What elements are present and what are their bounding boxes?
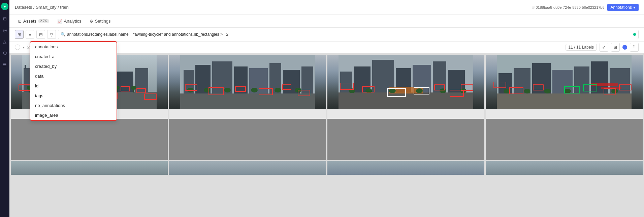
dropdown-item-tags[interactable]: tags bbox=[30, 91, 117, 101]
anno-box bbox=[340, 83, 354, 90]
subnav: ⊡ Assets 2.7K 📈 Analytics ⚙ Settings bbox=[9, 15, 644, 28]
dropdown-item-created-at[interactable]: created_at bbox=[30, 52, 117, 61]
anno-box bbox=[362, 86, 375, 92]
anno-box bbox=[121, 86, 130, 91]
assets-right: 11 / 11 Labels ⤢ ⊞ ⠿ bbox=[566, 43, 639, 52]
anno-box bbox=[136, 88, 146, 93]
select-all-checkbox[interactable] bbox=[15, 45, 20, 50]
anno-box bbox=[235, 86, 246, 92]
image-cell-4[interactable] bbox=[486, 55, 643, 160]
assets-badge: 2.7K bbox=[38, 19, 49, 23]
anno-box bbox=[298, 90, 310, 96]
anno-box bbox=[414, 87, 429, 94]
fit-button[interactable]: ⤢ bbox=[600, 43, 608, 52]
anno-box bbox=[208, 87, 224, 95]
anno-box bbox=[564, 86, 580, 93]
labels-badge: 11 / 11 Labels bbox=[566, 44, 597, 51]
anno-box bbox=[434, 84, 445, 90]
sidebar-icon-4[interactable]: ⬡ bbox=[2, 50, 8, 56]
sidebar-icon-2[interactable]: ◎ bbox=[2, 27, 8, 33]
more-options-button[interactable]: ⠿ bbox=[630, 43, 639, 52]
grid-view-button[interactable]: ⊞ bbox=[15, 30, 24, 39]
color-indicator[interactable] bbox=[622, 45, 627, 50]
dropdown-item-nb-annotations[interactable]: nb_annotations bbox=[30, 101, 117, 110]
anno-box bbox=[259, 88, 273, 95]
main-content: Datasets / Smart_city / train ⊟ 0188baa8… bbox=[9, 0, 644, 217]
anno-box bbox=[583, 84, 597, 91]
table-view-button[interactable]: ≡ bbox=[26, 30, 34, 39]
anno-box bbox=[493, 82, 506, 88]
anno-box bbox=[185, 84, 197, 91]
anno-box bbox=[533, 84, 544, 90]
breadcrumb-text: Datasets / Smart_city / train bbox=[15, 5, 69, 10]
select-chevron-icon[interactable]: ▾ bbox=[23, 46, 25, 49]
search-dropdown: annotations created_at created_by data i… bbox=[30, 41, 117, 121]
sidebar-icon-3[interactable]: △ bbox=[2, 38, 8, 45]
dropdown-item-created-by[interactable]: created_by bbox=[30, 61, 117, 71]
search-active-dot bbox=[633, 33, 636, 36]
anno-box bbox=[619, 84, 632, 90]
search-container: 🔍 bbox=[58, 30, 639, 39]
sidebar-icon-5[interactable]: ☰ bbox=[2, 61, 8, 67]
toolbar: ⊞ ≡ ⊟ ▽ 🔍 annotations created_at created… bbox=[9, 28, 644, 42]
card-view-button[interactable]: ⊟ bbox=[36, 30, 45, 39]
tab-assets[interactable]: ⊡ Assets 2.7K bbox=[15, 17, 53, 25]
dropdown-item-data[interactable]: data bbox=[30, 71, 117, 81]
anno-box bbox=[282, 84, 292, 90]
anno-box bbox=[19, 84, 31, 91]
anno-box bbox=[144, 93, 157, 100]
image-cell-2[interactable] bbox=[169, 55, 326, 160]
anno-box bbox=[604, 88, 616, 94]
app-logo[interactable]: ● bbox=[1, 3, 8, 10]
topbar: Datasets / Smart_city / train ⊟ 0188baa8… bbox=[9, 0, 644, 15]
dropdown-item-image-area[interactable]: image_area bbox=[30, 110, 117, 120]
sidebar-icon-1[interactable]: ⊞ bbox=[2, 16, 8, 22]
dropdown-item-id[interactable]: id bbox=[30, 81, 117, 91]
filter-button[interactable]: ▽ bbox=[47, 30, 56, 39]
grid-size-button[interactable]: ⊞ bbox=[611, 43, 620, 52]
annotations-overlay-4 bbox=[486, 55, 643, 109]
breadcrumb: Datasets / Smart_city / train bbox=[15, 5, 69, 10]
chevron-down-icon: ▾ bbox=[633, 5, 635, 10]
sidebar: ● ⊞ ◎ △ ⬡ ☰ bbox=[0, 0, 9, 217]
annotations-button[interactable]: Annotations ▾ bbox=[607, 4, 639, 11]
search-input[interactable] bbox=[58, 30, 639, 39]
annotations-overlay-3 bbox=[327, 55, 484, 109]
anno-box bbox=[387, 88, 406, 97]
tab-settings[interactable]: ⚙ Settings bbox=[86, 17, 114, 25]
dataset-id: ⊟ 0188baa8-dd0e-724e-8550-5ffe023217b6 bbox=[532, 5, 605, 9]
search-icon: 🔍 bbox=[61, 32, 66, 37]
dropdown-item-annotations[interactable]: annotations bbox=[30, 42, 117, 52]
anno-box bbox=[509, 87, 523, 94]
image-cell-3[interactable] bbox=[327, 55, 484, 160]
image-cell-5[interactable] bbox=[11, 161, 168, 175]
topbar-right: ⊟ 0188baa8-dd0e-724e-8550-5ffe023217b6 A… bbox=[532, 4, 639, 11]
image-cell-6[interactable] bbox=[169, 161, 326, 175]
annotations-overlay-2 bbox=[169, 55, 326, 109]
image-cell-8[interactable] bbox=[486, 161, 643, 175]
anno-box bbox=[450, 90, 464, 97]
image-cell-7[interactable] bbox=[327, 161, 484, 175]
anno-box bbox=[461, 84, 473, 91]
tab-analytics[interactable]: 📈 Analytics bbox=[54, 17, 85, 25]
